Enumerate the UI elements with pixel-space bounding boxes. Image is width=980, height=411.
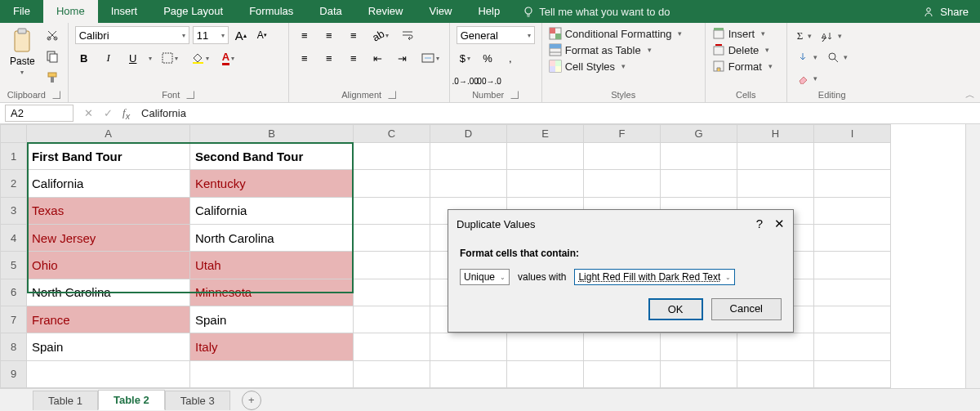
cell[interactable] — [661, 360, 737, 387]
format-style-select[interactable]: Light Red Fill with Dark Red Text⌄ — [574, 269, 735, 285]
cell[interactable] — [814, 170, 891, 197]
col-header-H[interactable]: H — [737, 125, 814, 143]
cell[interactable] — [507, 170, 584, 197]
cell[interactable]: France — [27, 306, 190, 333]
row-header[interactable]: 2 — [1, 170, 27, 197]
underline-button[interactable]: U — [124, 49, 142, 67]
increase-indent-button[interactable]: ⇥ — [394, 49, 412, 67]
tab-formulas[interactable]: Formulas — [236, 0, 306, 23]
formula-input[interactable]: California — [135, 105, 980, 121]
fill-button[interactable]: ▾ — [794, 48, 821, 66]
align-top-button[interactable]: ≡ — [296, 26, 314, 44]
row-header[interactable]: 6 — [1, 279, 27, 306]
row-header[interactable]: 1 — [1, 143, 27, 170]
cell[interactable]: Italy — [190, 333, 354, 360]
dialog-launcher-icon[interactable] — [388, 91, 396, 99]
autosum-button[interactable]: Σ▾ — [794, 27, 816, 45]
select-all-corner[interactable] — [1, 125, 27, 143]
cell[interactable]: California — [190, 197, 354, 224]
dialog-launcher-icon[interactable] — [52, 91, 60, 99]
bold-button[interactable]: B — [75, 49, 93, 67]
tab-data[interactable]: Data — [306, 0, 354, 23]
accounting-format-button[interactable]: $▾ — [457, 49, 474, 67]
cell[interactable] — [507, 143, 584, 170]
delete-cells-button[interactable]: Delete▾ — [712, 42, 780, 57]
fx-icon[interactable]: fx — [122, 106, 130, 121]
fill-color-button[interactable]: ▾ — [188, 49, 212, 67]
comma-button[interactable]: , — [501, 49, 519, 67]
cell[interactable]: Spain — [190, 306, 354, 333]
cell[interactable] — [507, 360, 584, 387]
align-middle-button[interactable]: ≡ — [320, 26, 338, 44]
cell[interactable] — [354, 224, 430, 251]
cell[interactable] — [814, 143, 891, 170]
cell[interactable] — [430, 360, 507, 387]
dialog-launcher-icon[interactable] — [186, 91, 194, 99]
cell[interactable] — [430, 333, 507, 360]
cell[interactable]: Ohio — [27, 252, 190, 279]
tell-me-search[interactable]: Tell me what you want to do — [513, 6, 679, 18]
col-header-B[interactable]: B — [190, 125, 354, 143]
italic-button[interactable]: I — [100, 49, 118, 67]
row-header[interactable]: 5 — [1, 252, 27, 279]
align-right-button[interactable]: ≡ — [345, 49, 363, 67]
format-painter-button[interactable] — [43, 69, 61, 87]
cell[interactable] — [814, 252, 891, 279]
cell[interactable] — [814, 197, 891, 224]
col-header-D[interactable]: D — [430, 125, 507, 143]
name-box[interactable]: A2 — [5, 105, 74, 122]
collapse-ribbon-button[interactable]: ︿ — [965, 88, 975, 102]
cell[interactable] — [354, 360, 430, 387]
dialog-launcher-icon[interactable] — [510, 91, 519, 99]
dup-type-select[interactable]: Unique⌄ — [460, 269, 510, 285]
col-header-F[interactable]: F — [584, 125, 661, 143]
format-as-table-button[interactable]: Format as Table▾ — [549, 42, 698, 57]
align-left-button[interactable]: ≡ — [296, 49, 314, 67]
tab-view[interactable]: View — [416, 0, 465, 23]
cell[interactable] — [584, 360, 661, 387]
wrap-text-button[interactable] — [399, 26, 416, 44]
cell[interactable]: Utah — [190, 252, 354, 279]
col-header-C[interactable]: C — [354, 125, 430, 143]
enter-formula-button[interactable]: ✓ — [98, 107, 118, 119]
cell[interactable] — [354, 306, 430, 333]
cell[interactable] — [354, 252, 430, 279]
row-header[interactable]: 7 — [1, 306, 27, 333]
dialog-help-button[interactable]: ? — [756, 217, 763, 231]
font-color-button[interactable]: A▾ — [219, 49, 238, 67]
tab-page-layout[interactable]: Page Layout — [150, 0, 236, 23]
cell[interactable] — [354, 197, 430, 224]
sheet-tab-1[interactable]: Table 1 — [33, 391, 98, 410]
align-bottom-button[interactable]: ≡ — [345, 26, 363, 44]
vertical-scrollbar[interactable] — [965, 124, 980, 388]
cell[interactable] — [354, 143, 430, 170]
cell[interactable] — [814, 279, 891, 306]
row-header[interactable]: 8 — [1, 333, 27, 360]
sheet-tab-3[interactable]: Table 3 — [165, 391, 230, 410]
cell[interactable] — [430, 143, 507, 170]
cell[interactable] — [814, 360, 891, 387]
tab-help[interactable]: Help — [465, 0, 513, 23]
cancel-formula-button[interactable]: ✕ — [78, 107, 98, 119]
tab-insert[interactable]: Insert — [98, 0, 151, 23]
cancel-button[interactable]: Cancel — [711, 298, 782, 320]
cell[interactable] — [584, 333, 661, 360]
find-select-button[interactable]: ▾ — [824, 48, 851, 66]
cell[interactable] — [737, 333, 814, 360]
decrease-decimal-button[interactable]: .00→.0 — [479, 72, 497, 90]
sheet-tab-2[interactable]: Table 2 — [98, 390, 165, 410]
col-header-A[interactable]: A — [27, 125, 190, 143]
tab-file[interactable]: File — [0, 0, 43, 23]
cell[interactable]: New Jersey — [27, 224, 190, 251]
cell[interactable] — [661, 333, 737, 360]
cell[interactable] — [354, 333, 430, 360]
cell[interactable] — [507, 333, 584, 360]
paste-button[interactable]: Paste ▾ — [7, 26, 38, 78]
col-header-G[interactable]: G — [661, 125, 737, 143]
cell[interactable]: First Band Tour — [27, 143, 190, 170]
new-sheet-button[interactable]: + — [242, 391, 261, 410]
row-header[interactable]: 3 — [1, 197, 27, 224]
cell[interactable]: Spain — [27, 333, 190, 360]
cell[interactable] — [27, 360, 190, 387]
font-name-combo[interactable]: Calibri▾ — [75, 26, 189, 44]
